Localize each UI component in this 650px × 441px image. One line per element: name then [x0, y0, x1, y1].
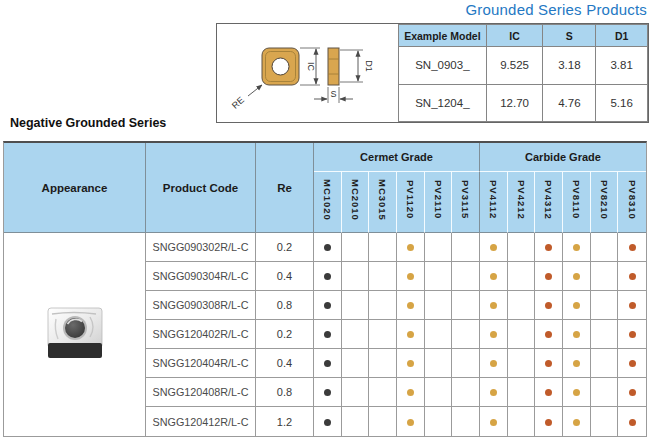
availability-dot	[545, 360, 552, 367]
re-cell: 0.2	[256, 320, 314, 349]
example-model-table: Example Model IC S D1 SN_0903_9.5253.183…	[398, 24, 648, 122]
availability-dot	[324, 360, 331, 367]
main-table-body: SNGG090302R/L-C0.2SNGG090304R/L-C0.4SNGG…	[4, 233, 646, 436]
availability-dot	[573, 389, 580, 396]
product-code-header: Product Code	[146, 143, 256, 233]
grade-cell-mc1020	[314, 349, 342, 378]
grade-cell-pv8310	[618, 407, 646, 436]
product-code-cell: SNGG090304R/L-C	[146, 262, 256, 291]
group-header-row: Appearance Product Code Re Cermet Grade …	[4, 143, 646, 172]
appearance-header: Appearance	[4, 143, 146, 233]
grade-column-header-pv4212: PV4212	[508, 172, 536, 233]
page-title: Grounded Series Products	[465, 1, 647, 18]
availability-dot	[629, 244, 636, 251]
grade-cell-pv4312	[535, 233, 563, 262]
grade-cell-mc3015	[369, 378, 397, 407]
spec-table-body: SN_0903_9.5253.183.81SN_1204_12.704.765.…	[399, 47, 648, 122]
grade-column-label: PV2110	[433, 180, 443, 219]
grade-column-label: PV8310	[627, 180, 637, 220]
re-header: Re	[256, 143, 314, 233]
grade-column-label: PV1120	[406, 180, 416, 219]
grade-cell-pv4312	[535, 320, 563, 349]
availability-dot	[545, 419, 552, 426]
grade-cell-pv4212	[508, 407, 536, 436]
grade-cell-mc2010	[342, 291, 370, 320]
grade-cell-pv8310	[618, 349, 646, 378]
grade-cell-mc3015	[369, 291, 397, 320]
grade-cell-pv4212	[508, 233, 536, 262]
grade-column-label: MC3015	[378, 179, 388, 221]
grade-cell-pv4312	[535, 378, 563, 407]
grade-column-header-pv2110: PV2110	[425, 172, 453, 233]
grade-cell-pv3115	[452, 233, 480, 262]
grade-cell-pv8310	[618, 320, 646, 349]
grade-cell-mc3015	[369, 407, 397, 436]
grade-column-header-pv8310: PV8310	[618, 172, 646, 233]
grade-cell-pv1120	[397, 262, 425, 291]
availability-dot	[545, 244, 552, 251]
grade-cell-mc1020	[314, 320, 342, 349]
availability-dot	[573, 360, 580, 367]
grade-column-header-pv4112: PV4112	[480, 172, 508, 233]
product-code-cell: SNGG120402R/L-C	[146, 320, 256, 349]
availability-dot	[629, 302, 636, 309]
grade-column-header-pv4312: PV4312	[535, 172, 563, 233]
grade-column-header-pv8110: PV8110	[563, 172, 591, 233]
product-code-cell: SNGG090308R/L-C	[146, 291, 256, 320]
availability-dot	[324, 419, 331, 426]
grade-cell-pv8110	[563, 320, 591, 349]
grade-cell-pv2110	[425, 320, 453, 349]
series-heading: Negative Grounded Series	[10, 116, 166, 130]
grade-column-header-pv1120: PV1120	[397, 172, 425, 233]
insert-front-view	[262, 48, 299, 85]
product-photo-image	[46, 305, 104, 361]
grade-cell-pv8210	[591, 233, 619, 262]
availability-dot	[407, 419, 414, 426]
grade-cell-pv3115	[452, 262, 480, 291]
grade-cell-pv3115	[452, 349, 480, 378]
grade-cell-mc1020	[314, 262, 342, 291]
grade-cell-mc2010	[342, 320, 370, 349]
availability-dot	[324, 302, 331, 309]
example-model-panel: RE IC D1	[216, 23, 649, 123]
availability-dot	[324, 331, 331, 338]
grade-cell-pv8310	[618, 233, 646, 262]
availability-dot	[573, 302, 580, 309]
availability-dot	[324, 273, 331, 280]
availability-dot	[407, 331, 414, 338]
availability-dot	[490, 302, 497, 309]
grade-cell-mc3015	[369, 233, 397, 262]
grade-cell-pv8210	[591, 320, 619, 349]
availability-dot	[573, 331, 580, 338]
re-cell: 0.4	[256, 262, 314, 291]
spec-value-cell: 4.76	[543, 84, 596, 122]
grade-cell-pv8110	[563, 262, 591, 291]
insert-dimension-diagram: RE IC D1	[217, 24, 398, 122]
grade-column-header-pv8210: PV8210	[591, 172, 619, 233]
grade-cell-pv4312	[535, 407, 563, 436]
grade-cell-pv4212	[508, 349, 536, 378]
grade-column-label: MC1020	[323, 179, 333, 221]
product-code-cell: SNGG120404R/L-C	[146, 349, 256, 378]
grade-cell-pv3115	[452, 291, 480, 320]
grade-cell-mc3015	[369, 320, 397, 349]
grade-cell-pv4112	[480, 349, 508, 378]
grade-cell-pv2110	[425, 262, 453, 291]
grade-cell-pv8110	[563, 233, 591, 262]
grade-cell-mc1020	[314, 233, 342, 262]
grade-column-label: PV8210	[599, 180, 609, 220]
availability-dot	[490, 389, 497, 396]
carbide-grade-header: Carbide Grade	[480, 143, 646, 172]
availability-dot	[573, 244, 580, 251]
spec-value-cell: 9.525	[486, 47, 543, 85]
catalog-page: Grounded Series Products RE	[0, 0, 650, 441]
grade-cell-pv2110	[425, 291, 453, 320]
grade-column-label: PV3115	[461, 180, 471, 219]
availability-dot	[490, 273, 497, 280]
grade-cell-mc2010	[342, 378, 370, 407]
availability-dot	[407, 273, 414, 280]
re-cell: 0.2	[256, 233, 314, 262]
spec-header-example-model: Example Model	[399, 25, 487, 47]
grade-cell-mc1020	[314, 378, 342, 407]
grade-cell-pv8110	[563, 349, 591, 378]
